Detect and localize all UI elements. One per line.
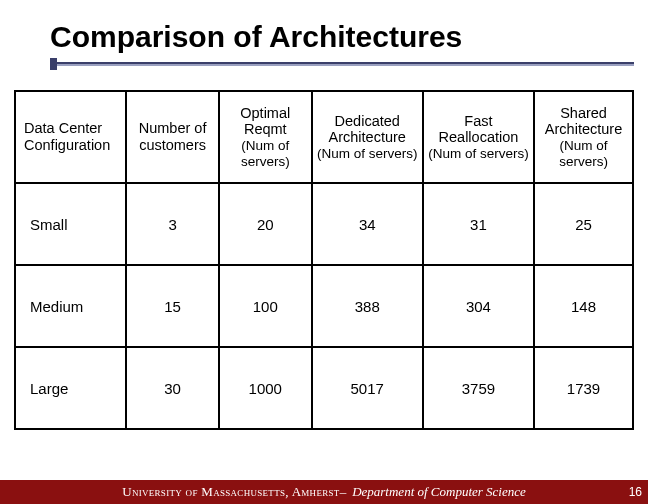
cell-config: Large bbox=[15, 347, 126, 429]
cell-config: Small bbox=[15, 183, 126, 265]
cell-dedicated: 5017 bbox=[312, 347, 423, 429]
title-underline bbox=[50, 62, 634, 66]
cell-config: Medium bbox=[15, 265, 126, 347]
col-shared-line1: Shared Architecture bbox=[545, 105, 622, 138]
col-optimal-line1: Optimal Reqmt bbox=[240, 105, 290, 138]
cell-optimal: 20 bbox=[219, 183, 312, 265]
table-row: Small 3 20 34 31 25 bbox=[15, 183, 633, 265]
cell-shared: 25 bbox=[534, 183, 633, 265]
col-optimal: Optimal Reqmt (Num of servers) bbox=[219, 91, 312, 183]
col-config: Data Center Configuration bbox=[15, 91, 126, 183]
cell-shared: 1739 bbox=[534, 347, 633, 429]
footer-sep: – bbox=[340, 484, 347, 500]
footer-university: University of Massachusetts, Amherst bbox=[122, 484, 339, 500]
col-fast-line2: (Num of servers) bbox=[426, 146, 531, 162]
col-shared: Shared Architecture (Num of servers) bbox=[534, 91, 633, 183]
page-number: 16 bbox=[629, 480, 642, 504]
footer-bar: University of Massachusetts, Amherst – D… bbox=[0, 480, 648, 504]
col-fast: Fast Reallocation (Num of servers) bbox=[423, 91, 534, 183]
cell-dedicated: 34 bbox=[312, 183, 423, 265]
col-optimal-line2: (Num of servers) bbox=[222, 138, 309, 169]
col-dedicated-line1: Dedicated Architecture bbox=[329, 113, 406, 146]
page-title: Comparison of Architectures bbox=[0, 0, 648, 58]
cell-optimal: 1000 bbox=[219, 347, 312, 429]
col-dedicated: Dedicated Architecture (Num of servers) bbox=[312, 91, 423, 183]
comparison-table-wrap: Data Center Configuration Number of cust… bbox=[14, 90, 634, 430]
cell-dedicated: 388 bbox=[312, 265, 423, 347]
table-row: Large 30 1000 5017 3759 1739 bbox=[15, 347, 633, 429]
cell-customers: 30 bbox=[126, 347, 219, 429]
col-dedicated-line2: (Num of servers) bbox=[315, 146, 420, 162]
cell-fast: 304 bbox=[423, 265, 534, 347]
table-row: Medium 15 100 388 304 148 bbox=[15, 265, 633, 347]
cell-customers: 15 bbox=[126, 265, 219, 347]
col-shared-line2: (Num of servers) bbox=[537, 138, 630, 169]
col-customers: Number of customers bbox=[126, 91, 219, 183]
cell-optimal: 100 bbox=[219, 265, 312, 347]
slide: Comparison of Architectures Data Center … bbox=[0, 0, 648, 504]
comparison-table: Data Center Configuration Number of cust… bbox=[14, 90, 634, 430]
col-fast-line1: Fast Reallocation bbox=[439, 113, 519, 146]
cell-customers: 3 bbox=[126, 183, 219, 265]
cell-shared: 148 bbox=[534, 265, 633, 347]
cell-fast: 3759 bbox=[423, 347, 534, 429]
cell-fast: 31 bbox=[423, 183, 534, 265]
title-accent bbox=[50, 58, 57, 70]
footer-department: Department of Computer Science bbox=[352, 484, 526, 500]
table-header-row: Data Center Configuration Number of cust… bbox=[15, 91, 633, 183]
